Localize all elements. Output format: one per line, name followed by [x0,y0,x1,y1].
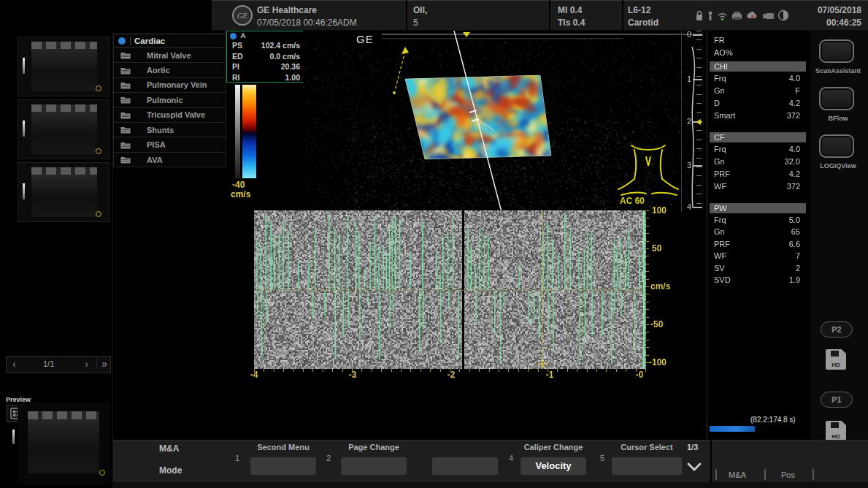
cloud-icon [746,10,759,21]
mi-value: MI 0.4 [558,4,582,17]
softkey-1-label: Second Menu [250,443,316,451]
param-chi-smart: Smart372 [714,111,800,122]
param-pw-gn: Gn65 [714,227,800,238]
scan-assistant-label: ScanAssistant [809,67,867,75]
color-doppler-bar [242,85,256,178]
bflow-button[interactable] [819,87,854,110]
softkey-4-num: 4 [509,454,513,462]
user-icon [707,10,714,21]
menu-item-pisa[interactable]: PISA [114,137,226,152]
preset-label[interactable]: Carotid [628,17,658,29]
param-chi-d: D4.2 [714,99,800,110]
menu-item-tricuspid-valve[interactable]: Tricuspid Valve [114,108,226,123]
bflow-label: BFlow [809,115,867,122]
clip-thumbnail-1[interactable] [18,37,110,96]
param-pw-frq: Frq5.0 [714,216,800,226]
page-indicator: 1/1 [43,359,54,368]
softkey-2-button[interactable] [341,457,407,475]
folder-icon [120,141,131,149]
patient-field-line1: OII, [413,4,427,17]
softkey-1-num: 1 [235,454,239,462]
menu-item-mitral-valve[interactable]: Mitral Valve [114,48,226,63]
clip-time-readout: (82.2:174.8 s) [750,416,796,424]
depth-tick-4: 4 [683,202,691,211]
depth-ruler: 0 1 2 3 4 [681,31,706,212]
spectral-doppler-display[interactable] [254,210,646,369]
clip-thumbnail-2[interactable] [18,99,110,159]
page-next-button[interactable]: › [85,358,88,370]
menu-item-label: AVA [147,156,163,164]
softkey-5-button[interactable] [612,457,682,475]
softkey-4-label: Caliper Change [513,443,594,451]
clipboard-sidebar: ‹ 1/1 › » Preview [0,31,113,488]
measurement-row-ri: RI 1.00 [227,72,303,83]
page-prev-button[interactable]: ‹ [12,358,16,370]
softkey-4-button[interactable]: Velocity [521,457,586,475]
gray-scale-bar [235,85,240,178]
folder-icon [120,156,131,164]
param-cf-gn: Gn32.0 [714,157,800,168]
bottom-bar-footer [113,482,868,488]
menu-item-shunts[interactable]: Shunts [114,123,226,137]
menu-item-pulmonary-vein[interactable]: Pulmonary Vein [114,78,226,93]
param-chi-frq: Frq4.0 [714,74,800,85]
save-hd-icon-2[interactable]: HD [826,421,846,441]
caliper-icon [240,33,247,39]
logiqview-button[interactable] [819,134,854,158]
top-bar: GE GE Healthcare 07/05/2018 00:46:26ADM … [0,0,868,31]
cine-progress-bar[interactable] [710,426,755,432]
depth-tick-1: 1 [683,75,691,83]
menu-item-label: Mitral Valve [147,51,191,60]
softkey-5-num: 5 [600,454,604,462]
tab-ma[interactable]: M&A [729,470,746,479]
folder-icon [120,111,131,119]
measurement-row-ed: ED 0.0 cm/s [227,51,303,62]
param-pw-prf: PRF6.6 [714,240,800,251]
measurement-row-pi: PI 20.36 [227,61,303,72]
page-last-button[interactable]: » [96,358,107,370]
softkey-1-button[interactable] [250,457,316,475]
status-icon-tray [695,9,783,21]
sv-depth-marker [696,119,701,125]
param-cf-frq: Frq4.0 [714,145,800,156]
p2-button[interactable]: P2 [821,321,853,338]
scan-assistant-button[interactable] [819,39,854,63]
menu-item-pulmonic[interactable]: Pulmonic [114,93,226,107]
folder-icon [120,81,131,89]
param-pw-svd: SVD1.9 [714,275,800,286]
color-scale-unit: cm/s [231,189,250,199]
x-tick-neg1: -1 [542,370,557,380]
folder-icon [120,96,131,104]
menu-header[interactable]: Cardiac [114,34,226,48]
measurement-menu: Cardiac Mitral Valve Aortic Pulmonary Ve… [113,34,226,167]
x-tick-neg3: -3 [345,370,360,380]
clipboard-pagination: ‹ 1/1 › » [6,356,111,373]
blue-dot-icon [230,33,237,39]
section-header-chi: CHI [710,61,806,72]
tis-value: TIs 0.4 [558,17,585,29]
contrast-icon [777,9,789,21]
menu-item-ava[interactable]: AVA [114,153,226,167]
wifi-icon [717,10,728,21]
chevron-down-icon[interactable] [686,462,702,472]
y-unit: cm/s [650,281,670,291]
preview-image [18,403,110,484]
param-pw-wf: WF7 [714,251,800,262]
save-hd-icon-1[interactable]: HD [826,349,846,370]
param-pw-sv: SV2 [714,264,800,275]
mode-label: Mode [159,465,182,476]
probe-label[interactable]: L6-12 [628,4,650,17]
patient-field-line2: 5 [413,17,418,29]
body-marker-carotid [617,141,680,198]
param-ao: AO% [714,48,800,59]
image-ge-watermark: GE [356,33,374,45]
p1-button[interactable]: P1 [821,392,853,408]
x-tick-neg2: -2 [444,370,458,380]
softkey-3-button[interactable] [432,457,498,475]
menu-item-label: Pulmonary Vein [147,80,207,89]
menu-item-aortic[interactable]: Aortic [114,63,226,77]
param-chi-gn: GnF [714,86,800,97]
tab-pos[interactable]: Pos [781,470,795,479]
softkey-2-label: Page Change [341,443,407,451]
clip-thumbnail-3[interactable] [18,162,110,222]
